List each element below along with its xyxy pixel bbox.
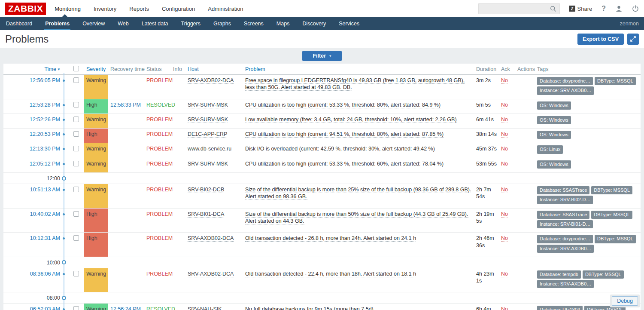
tag-chip[interactable]: OS: Windows bbox=[537, 101, 571, 110]
row-checkbox[interactable] bbox=[73, 146, 79, 151]
row-checkbox[interactable] bbox=[73, 117, 79, 122]
host-link[interactable]: SRV-AXDB02-DCA bbox=[188, 271, 234, 277]
nav-item-reports[interactable]: Reports bbox=[129, 4, 149, 14]
subnav-item-services[interactable]: Services bbox=[338, 17, 360, 30]
problem-time-link[interactable]: 12:13:30 PM bbox=[30, 146, 60, 152]
zabbix-logo[interactable]: ZABBIX bbox=[5, 3, 46, 15]
row-checkbox[interactable] bbox=[73, 306, 79, 310]
problem-link[interactable]: Low available memory (free: 3.4 GB, tota… bbox=[245, 117, 457, 123]
row-checkbox[interactable] bbox=[73, 235, 79, 241]
export-to-csv-button[interactable]: Export to CSV bbox=[577, 34, 624, 45]
problem-time-link[interactable]: 12:53:28 PM bbox=[30, 102, 60, 108]
host-link[interactable]: www.db-service.ru bbox=[188, 146, 231, 152]
column-header-host[interactable]: Host bbox=[185, 64, 243, 75]
tag-chip[interactable]: Instance: SRV-AXDB0… bbox=[537, 280, 594, 288]
subnav-item-dashboard[interactable]: Dashboard bbox=[5, 17, 33, 30]
host-link[interactable]: SRV-SURV-MSK bbox=[188, 161, 228, 167]
tag-chip[interactable]: DBType: MSSQL bbox=[595, 235, 636, 243]
help-button[interactable]: ? bbox=[601, 5, 606, 12]
recovery-time-link[interactable]: 12:56:24 PM bbox=[110, 306, 141, 310]
host-link[interactable]: SRV-NAU-SIK bbox=[188, 306, 222, 310]
recovery-time-link[interactable]: 12:58:33 PM bbox=[110, 102, 141, 108]
search-input[interactable] bbox=[479, 3, 559, 14]
row-checkbox[interactable] bbox=[73, 271, 79, 276]
row-checkbox[interactable] bbox=[73, 131, 79, 137]
problem-link[interactable]: Size of the differential backup is more … bbox=[245, 211, 468, 224]
subnav-item-problems[interactable]: Problems bbox=[44, 17, 70, 30]
ack-link[interactable]: No bbox=[501, 146, 508, 152]
subnav-item-web[interactable]: Web bbox=[117, 17, 129, 30]
host-link[interactable]: SRV-BI02-DCB bbox=[188, 187, 224, 193]
host-link[interactable]: SRV-BI01-DCA bbox=[188, 211, 224, 218]
subnav-item-maps[interactable]: Maps bbox=[276, 17, 291, 30]
problem-time-link[interactable]: 10:51:13 AM bbox=[30, 187, 60, 193]
nav-item-administration[interactable]: Administration bbox=[208, 4, 243, 14]
tag-chip[interactable]: Database: dixyprodne… bbox=[537, 235, 593, 243]
tag-chip[interactable]: Instance: SRV-BI01-D… bbox=[537, 220, 593, 228]
share-button[interactable]: Z Share bbox=[569, 6, 592, 12]
problem-link[interactable]: Old transaction detected - 22.4 h, more … bbox=[245, 271, 416, 277]
problem-link[interactable]: Size of the differential backup is more … bbox=[245, 187, 471, 200]
row-checkbox[interactable] bbox=[73, 211, 79, 217]
tag-chip[interactable]: Instance: SRV-BI02-D… bbox=[537, 196, 593, 204]
ack-link[interactable]: No bbox=[501, 235, 508, 242]
tag-chip[interactable]: DBType: MSSQL bbox=[595, 77, 636, 85]
tag-chip[interactable]: Database: Ubi1804 bbox=[537, 306, 583, 310]
tag-chip[interactable]: Instance: SRV-AXDB0… bbox=[537, 245, 594, 253]
tag-chip[interactable]: DBType: MSSQL bbox=[591, 186, 632, 194]
nav-item-configuration[interactable]: Configuration bbox=[162, 4, 195, 14]
subnav-item-triggers[interactable]: Triggers bbox=[180, 17, 201, 30]
host-link[interactable]: SRV-SURV-MSK bbox=[188, 102, 228, 108]
problem-link[interactable]: Free space in filegroup LEDGERTRANSfg40 … bbox=[245, 77, 465, 91]
tag-chip[interactable]: OS: Windows bbox=[537, 131, 571, 139]
problem-link[interactable]: No full database backups for 9m 15s (mor… bbox=[245, 306, 375, 310]
fullscreen-button[interactable] bbox=[627, 34, 639, 45]
subnav-item-overview[interactable]: Overview bbox=[82, 17, 106, 30]
tag-chip[interactable]: Database: tempdb bbox=[537, 270, 581, 279]
problem-link[interactable]: Old transaction detected - 26.8 h, more … bbox=[245, 235, 416, 242]
tag-chip[interactable]: DBType: MSSQL bbox=[583, 270, 624, 279]
problem-time-link[interactable]: 06:52:03 AM bbox=[30, 306, 60, 310]
problem-time-link[interactable]: 10:40:02 AM bbox=[30, 211, 60, 217]
host-link[interactable]: SRV-AXDB02-DCA bbox=[188, 77, 234, 84]
ack-link[interactable]: No bbox=[501, 211, 508, 218]
subnav-item-latest-data[interactable]: Latest data bbox=[141, 17, 169, 30]
row-checkbox[interactable] bbox=[73, 102, 79, 107]
filter-toggle-button[interactable]: Filter ▾ bbox=[302, 51, 341, 61]
column-header-severity[interactable]: Severity bbox=[84, 64, 108, 75]
select-all-checkbox[interactable] bbox=[73, 66, 79, 71]
column-header-time[interactable]: Time ▼ bbox=[3, 64, 63, 75]
nav-item-inventory[interactable]: Inventory bbox=[94, 4, 116, 14]
logout-button[interactable] bbox=[632, 5, 639, 12]
subnav-item-graphs[interactable]: Graphs bbox=[213, 17, 232, 30]
tag-chip[interactable]: Database: SSASTrace bbox=[537, 211, 589, 219]
column-header-problem[interactable]: Problem bbox=[243, 64, 474, 75]
tag-chip[interactable]: Instance: SRV-AXDB0… bbox=[537, 86, 594, 95]
host-link[interactable]: SRV-AXDB02-DCA bbox=[188, 235, 234, 242]
problem-link[interactable]: CPU utilization is too high (current: 53… bbox=[245, 161, 444, 167]
problem-time-link[interactable]: 12:52:26 PM bbox=[30, 117, 60, 123]
problem-link[interactable]: CPU utilization is too high (current: 94… bbox=[245, 131, 444, 138]
problem-link[interactable]: CPU utilization is too high (current: 53… bbox=[245, 102, 440, 108]
ack-link[interactable]: No bbox=[501, 117, 508, 123]
tag-chip[interactable]: OS: Windows bbox=[537, 116, 571, 124]
problem-time-link[interactable]: 12:05:12 PM bbox=[30, 161, 60, 167]
ack-link[interactable]: No bbox=[501, 161, 508, 167]
tag-chip[interactable]: OS: Windows bbox=[537, 160, 571, 169]
host-link[interactable]: SRV-SURV-MSK bbox=[188, 117, 228, 123]
host-link[interactable]: DE1C-APP-ERP bbox=[188, 131, 227, 138]
tag-chip[interactable]: Database: SSASTrace bbox=[537, 186, 589, 194]
ack-link[interactable]: No bbox=[501, 271, 508, 277]
ack-link[interactable]: No bbox=[501, 77, 508, 84]
tag-chip[interactable]: Database: dixyprodne… bbox=[537, 77, 593, 85]
problem-link[interactable]: Disk I/O is overloaded (current: 42.59 %… bbox=[245, 146, 435, 152]
subnav-item-screens[interactable]: Screens bbox=[243, 17, 264, 30]
problem-time-link[interactable]: 08:36:06 AM bbox=[30, 271, 60, 277]
row-checkbox[interactable] bbox=[73, 161, 79, 166]
nav-item-monitoring[interactable]: Monitoring bbox=[55, 4, 81, 14]
tag-chip[interactable]: OS: Linux bbox=[537, 145, 563, 153]
ack-link[interactable]: No bbox=[501, 187, 508, 193]
row-checkbox[interactable] bbox=[73, 187, 79, 192]
ack-link[interactable]: No bbox=[501, 131, 508, 138]
problem-time-link[interactable]: 10:12:31 AM bbox=[30, 235, 60, 241]
